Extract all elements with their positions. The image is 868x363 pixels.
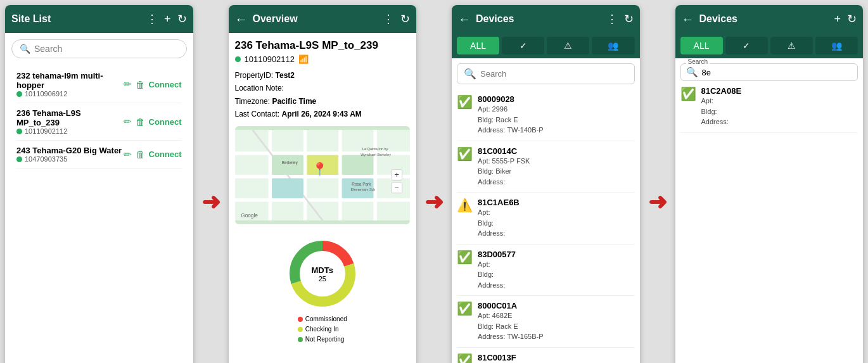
filter-btn-filter-bar-3-2[interactable]: ⚠ [547,37,589,54]
svg-text:La Quinta Inn by: La Quinta Inn by [362,147,388,151]
filter-btn-filter-bar-4-3[interactable]: 👥 [815,37,858,54]
donut-section: MDTs 25 Commissioned Checking In Not Rep… [235,231,411,350]
device-bldg-2: Bldg: [478,218,635,229]
connect-button-0[interactable]: Connect [149,80,182,89]
filter-btn-filter-bar-4-1[interactable]: ✓ [725,37,768,54]
devices-title-4: Devices [699,13,828,25]
device-apt-1: Apt: 5555-P FSK [478,156,635,167]
filter-btn-filter-bar-3-1[interactable]: ✓ [502,37,544,54]
site-list: 232 tehama-l9m multi-hopper 10110906912 … [11,66,187,169]
back-icon-devices-4[interactable]: ← [682,12,694,27]
device-address-4: Address: TW-165B-P [478,331,635,342]
devices-title-3: Devices [476,13,600,25]
property-id-value: Test2 [276,71,295,80]
site-list-content: 🔍 232 tehama-l9m multi-hopper 1011090691… [5,33,193,363]
device-item[interactable]: ✅ 81C0014C Apt: 5555-P FSK Bldg: Biker A… [457,141,635,193]
back-icon-devices-3[interactable]: ← [458,12,471,27]
device-apt-3: Apt: [478,259,635,270]
site-list-panel: Site List ⋮ + ↻ 🔍 232 tehama-l9m multi-h… [5,5,193,363]
edit-icon-0[interactable]: ✏ [124,79,132,90]
property-id-label: PropertyID: [235,71,274,80]
svg-text:📍: 📍 [312,162,328,177]
device-item[interactable]: ✅ 83D00577 Apt: Bldg: Address: [457,245,635,296]
last-contact-value: April 26, 2024 9:43 AM [282,110,362,118]
devices-filter-bar-4: ALL✓⚠👥 [675,33,864,58]
arrow-1: ➜ [198,5,224,363]
site-search-input[interactable] [34,44,179,54]
device-item[interactable]: ✅ 8000C01A Apt: 4682E Bldg: Rack E Addre… [457,296,635,348]
legend-not-reporting: Not Reporting [298,334,347,345]
site-actions-1: ✏ 🗑 Connect [124,116,182,127]
refresh-icon-overview[interactable]: ↻ [400,12,410,26]
device-info-0: 81C2A08E Apt: Bldg: Address: [701,86,858,127]
device-name-3: 83D00577 [478,250,635,259]
filter-icon-2: ⚠ [564,41,572,51]
site-id-2: 10470903735 [16,155,124,163]
trash-icon-1[interactable]: 🗑 [136,117,145,127]
trash-icon-0[interactable]: 🗑 [136,79,145,90]
status-icon-green: ✅ [457,94,473,110]
refresh-icon-devices-3[interactable]: ↻ [624,12,634,26]
device-bldg-0: Bldg: Rack E [478,115,635,125]
device-name-2: 81C1AE6B [478,198,635,207]
back-icon-overview[interactable]: ← [235,12,248,27]
map-svg: Berkeley La Quinta Inn by Wyndham Berkel… [235,126,411,224]
site-id-text: 10110902112 [245,54,295,64]
arrow-icon-1: ➜ [201,189,220,215]
site-list-header: Site List ⋮ + ↻ [5,5,193,33]
edit-icon-2[interactable]: ✏ [124,149,132,160]
add-icon[interactable]: + [164,13,171,26]
more-icon-devices-3[interactable]: ⋮ [606,12,618,26]
devices-search-input-4[interactable] [702,68,853,77]
site-name-1: 236 Tehama-L9S MP_to_239 [16,108,124,127]
svg-rect-10 [272,178,303,198]
site-status-dot-0 [16,91,22,97]
edit-icon-1[interactable]: ✏ [124,116,132,127]
device-address-0: Address: [701,117,858,127]
donut-legend: Commissioned Checking In Not Reporting [298,314,347,345]
site-item: 236 Tehama-L9S MP_to_239 10110902112 ✏ 🗑… [16,103,182,141]
more-icon[interactable]: ⋮ [146,12,158,26]
connect-button-2[interactable]: Connect [149,150,182,159]
connect-button-1[interactable]: Connect [149,117,182,127]
legend-commissioned: Commissioned [298,314,347,324]
devices-search-input-3[interactable] [480,69,628,79]
trash-icon-2[interactable]: 🗑 [136,149,145,160]
device-info-1: 81C0014C Apt: 5555-P FSK Bldg: Biker Add… [478,146,635,188]
legend-checking-in: Checking In [298,324,347,334]
device-bldg-0: Bldg: [701,106,858,117]
refresh-icon-devices-4[interactable]: ↻ [847,12,857,26]
donut-label: MDTs [312,265,333,274]
site-status-dot-2 [16,156,22,162]
devices-search-bar-3: 🔍 [457,63,635,84]
filter-btn-filter-bar-4-2[interactable]: ⚠ [770,37,813,54]
status-icon-warning: ⚠️ [457,198,473,213]
devices-list-content-4: ✅ 81C2A08E Apt: Bldg: Address: [675,81,864,363]
filter-icon-2: ⚠ [788,41,796,51]
svg-rect-12 [341,155,373,174]
legend-dot-not-reporting [298,337,303,342]
more-icon-overview[interactable]: ⋮ [383,12,394,26]
devices-list-content-3: ✅ 80009028 Apt: 2996 Bldg: Rack E Addres… [452,89,640,363]
filter-btn-filter-bar-3-3[interactable]: 👥 [592,37,634,54]
overview-site-id: 10110902112 📶 [235,54,411,64]
search-label-container-4: Search 🔍 [680,63,858,81]
device-item[interactable]: ⚠️ 81C1AE6B Apt: Bldg: Address: [457,193,635,245]
overview-title: Overview [253,13,377,25]
svg-text:Rosa Park: Rosa Park [352,181,371,186]
svg-text:Google: Google [241,212,258,219]
filter-btn-filter-bar-3-0[interactable]: ALL [457,37,499,54]
device-item[interactable]: ✅ 81C0013F Apt: 4851P Bldg: Don Desk Add… [457,348,635,364]
add-icon-devices-4[interactable]: + [834,13,841,26]
svg-text:Wyndham Berkeley: Wyndham Berkeley [361,152,391,156]
svg-text:−: − [395,184,399,191]
device-address-1: Address: [478,177,635,188]
filter-btn-filter-bar-4-0[interactable]: ALL [680,37,723,54]
arrow-3: ➜ [645,5,670,363]
status-icon-green: ✅ [457,353,473,364]
device-item[interactable]: ✅ 81C2A08E Apt: Bldg: Address: [680,81,858,133]
device-item[interactable]: ✅ 80009028 Apt: 2996 Bldg: Rack E Addres… [457,89,635,141]
refresh-icon[interactable]: ↻ [177,12,187,26]
timezone-label: Timezone: [235,97,271,106]
legend-dot-checking-in [298,327,303,332]
